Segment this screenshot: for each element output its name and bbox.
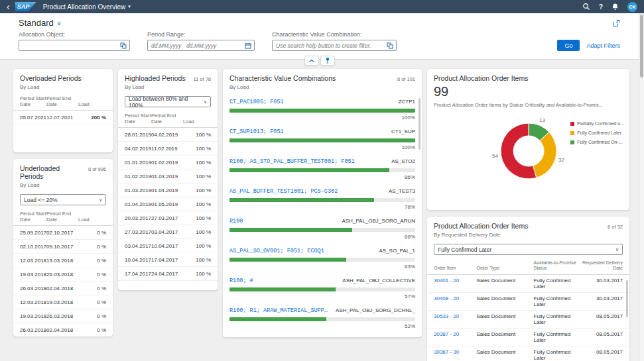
period-end-cell: 01.05.2019 [151, 197, 183, 211]
order-type-cell: Sales Document [476, 310, 533, 328]
avatar[interactable]: CK [627, 2, 637, 12]
order-items-table-card: Product Allocation Order Items 6 of 32 B… [427, 217, 629, 361]
search-icon[interactable] [582, 3, 590, 11]
adapt-filters-link[interactable]: Adapt Filters [586, 42, 620, 49]
app-title[interactable]: Product Allocation Overview [43, 3, 126, 11]
cvc-item-header: AS_PAL_BUFFER_TEST1001; PCS-C302AS_TEST3 [229, 188, 415, 195]
notifications-bell-icon[interactable] [612, 3, 619, 11]
period-start-cell: 25.09.2017 [13, 226, 46, 240]
allocation-object-label: Allocation Object: [19, 31, 130, 38]
load-filter-value: Load between 80% and 100% [129, 95, 201, 109]
filter-group-allocation-object: Allocation Object: [19, 31, 130, 51]
load-filter-select[interactable]: Load <= 20% ∨ [20, 194, 106, 205]
period-start-cell: 19.03.2018 [13, 309, 46, 323]
legend-item: Fully Confirmed On-... [570, 140, 624, 144]
table-row: 30387 - 20Sales DocumentFully Confirmed … [427, 328, 629, 346]
card-title: Underloaded Periods [20, 164, 84, 180]
order-item-link[interactable]: 30408 - 20 [434, 295, 459, 301]
cvc-link[interactable]: R100; AS_STO_PAL_BUFFER_TEST001; F051 [229, 158, 355, 165]
load-cell: 100 % [183, 156, 218, 170]
order-item-link[interactable]: 30401 - 20 [434, 278, 459, 284]
cvc-link[interactable]: CT_SUP1013; F051 [229, 129, 284, 135]
cvc-link[interactable]: CT_PAC1005; F051 [229, 99, 284, 105]
cvc-link[interactable]: R100 [229, 218, 243, 225]
order-item-cell: 30533 - 20 [427, 310, 476, 328]
donut-segment[interactable] [533, 132, 557, 178]
cvc-link[interactable]: AS_PAL_BUFFER_TEST1001; PCS-C302 [229, 188, 338, 195]
value-help-icon[interactable] [120, 42, 127, 49]
period-range-input[interactable]: dd.MM.yyyy - dd.MM.yyyy [147, 40, 255, 51]
table-row: 30367 - 30Sales DocumentFully Confirmed … [427, 346, 629, 361]
period-end-cell: 01.04.2019 [151, 183, 183, 197]
status-filter-select[interactable]: Fully Confirmed Later ∨ [434, 244, 623, 255]
period-start-cell: 01.03.2019 [118, 183, 151, 197]
table-header-row: Order ItemOrder TypeAvailable-to-Promise… [427, 259, 629, 274]
period-end-cell: 01.02.2019 [151, 156, 183, 170]
allocation-object-input[interactable] [19, 40, 130, 51]
pin-icon [324, 57, 331, 64]
back-button[interactable]: ‹ [7, 2, 10, 11]
period-end-cell: 02.10.2017 [46, 226, 78, 240]
cvc-list-item: R100; R1; ARAW_MATERIAL_SUPPLY_ASSIGNMEN… [223, 303, 422, 333]
load-cell: 0 % [78, 295, 113, 309]
table-row: 05.07.202112.07.2021200 % [13, 111, 113, 125]
variant-selector[interactable]: Standard ∨ [19, 18, 61, 28]
card-subtitle: By Requested Delivery Date [434, 232, 623, 238]
order-item-cell: 30367 - 30 [427, 346, 476, 361]
order-item-link[interactable]: 30387 - 20 [434, 331, 459, 337]
load-filter-select[interactable]: Load between 80% and 100% ∨ [125, 96, 211, 107]
period-end-cell: 03.04.2017 [151, 225, 183, 239]
table-row: 25.09.201702.10.20170 % [13, 226, 113, 240]
load-bar-fill [229, 258, 346, 262]
period-start-cell: 17.04.2017 [118, 267, 151, 281]
load-bar-track [229, 138, 415, 142]
date-range-icon[interactable] [245, 42, 251, 49]
page-scrollbar[interactable] [639, 13, 644, 361]
table-row: 01.02.201901.03.2019100 % [118, 170, 218, 183]
card-title: Product Allocation Order Items [434, 222, 528, 230]
app-title-caret-icon[interactable]: ▾ [128, 4, 131, 9]
cvc-link[interactable]: AS_PAL_SO_OV001; F051; ECOQ1 [229, 248, 324, 254]
legend-swatch [570, 122, 574, 126]
collapse-header-button[interactable] [304, 56, 319, 66]
status-filter-value: Fully Confirmed Later [438, 246, 491, 253]
header-collapse-controls [304, 56, 335, 66]
overloaded-periods-card: Overloaded Periods By Load Period Start … [13, 69, 113, 152]
table-row: 30533 - 20Sales DocumentFully Confirmed … [427, 310, 629, 328]
column-header: Period End Date [151, 111, 183, 128]
card-scrollbar[interactable] [626, 280, 628, 317]
segment-value-label: 13 [539, 117, 545, 123]
cvc-tag-label: ASH_PAL_OBJ_SORG_ARUN [342, 218, 415, 224]
chart-subtitle: Product Allocation Order Items by Status… [434, 102, 623, 108]
help-icon[interactable]: ? [599, 3, 603, 11]
table-row: 04.02.201911.02.2019100 % [118, 142, 218, 156]
order-items-table: Order ItemOrder TypeAvailable-to-Promise… [427, 259, 629, 361]
pin-header-button[interactable] [320, 56, 335, 66]
table-row: 19.03.201826.03.20180 % [13, 268, 113, 282]
period-end-cell: 01.03.2019 [151, 170, 183, 183]
load-bar-fill [229, 198, 374, 202]
cvc-link[interactable]: R100; # [229, 278, 253, 284]
variant-name-label: Standard [19, 18, 54, 28]
card-scrollbar[interactable] [419, 98, 420, 150]
legend-item: Fully Confirmed Later [570, 130, 624, 135]
order-item-link[interactable]: 30367 - 30 [434, 349, 459, 355]
overloaded-periods-table: Period Start DatePeriod End DateLoad 05.… [13, 94, 113, 125]
order-type-cell: Sales Document [476, 274, 533, 292]
column-header: Order Item [427, 259, 476, 274]
period-start-cell: 02.10.2017 [13, 240, 46, 254]
delivery-date-cell: 08.05.2017 [579, 346, 630, 361]
open-in-window-icon[interactable] [612, 19, 620, 27]
cvc-item-header: CT_SUP1013; F051CT1_SUP [229, 129, 415, 135]
cvc-input[interactable]: Use search help button to create filter. [272, 40, 397, 51]
cvc-item-header: R100; R1; ARAW_MATERIAL_SUPPLY_ASSIGNMEN… [229, 307, 415, 314]
cvc-link[interactable]: R100; R1; ARAW_MATERIAL_SUPPLY_ASSIGNMEN… [229, 307, 330, 314]
order-item-link[interactable]: 30533 - 20 [434, 313, 459, 319]
highloaded-periods-card: Highloaded Periods 11 of 78 By Load Load… [118, 69, 218, 290]
period-range-label: Period Range: [147, 31, 255, 38]
scrollbar-thumb[interactable] [640, 15, 643, 77]
table-row: 26.03.201802.04.20180 % [13, 282, 113, 295]
go-button[interactable]: Go [557, 40, 580, 51]
value-help-icon[interactable] [387, 42, 393, 49]
card-count: 6 of 32 [608, 224, 623, 230]
